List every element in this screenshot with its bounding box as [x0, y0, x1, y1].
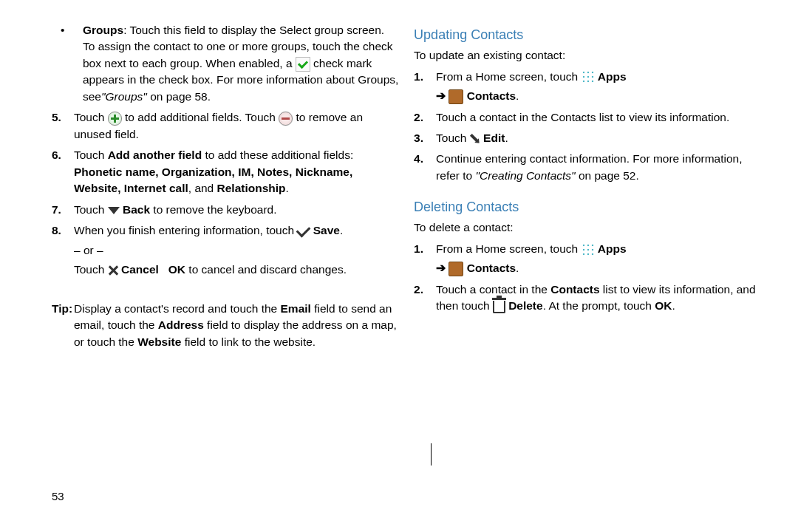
- label-email: Email: [281, 302, 311, 315]
- txt: to add these additional fields:: [202, 149, 353, 161]
- step-number: 5.: [52, 109, 74, 143]
- column-divider: [431, 443, 432, 466]
- label-contacts: Contacts: [467, 89, 516, 102]
- step-number: 8.: [52, 222, 74, 278]
- step-number: 1.: [414, 69, 436, 105]
- upd-step-4: 4. Continue entering contact information…: [414, 151, 768, 184]
- label-contacts: Contacts: [467, 262, 516, 274]
- step-number: 2.: [414, 282, 436, 315]
- txt: field to link to the website.: [181, 335, 316, 348]
- label-save: Save: [313, 224, 340, 236]
- txt: on page 58.: [147, 90, 211, 103]
- bullet-groups-text: Groups: Touch this field to display the …: [83, 22, 399, 105]
- upd-step-3: 3. Touch Edit.: [414, 130, 768, 146]
- step-number: 7.: [52, 202, 74, 218]
- del-step-1-text: From a Home screen, touch Apps ➔ Contact…: [436, 241, 768, 277]
- txt: .: [505, 132, 508, 144]
- bullet-groups: • Groups: Touch this field to display th…: [52, 22, 399, 105]
- upd-step-3-text: Touch Edit.: [436, 130, 768, 146]
- ref-creating-contacts: "Creating Contacts": [476, 169, 576, 182]
- label-ok: OK: [655, 299, 672, 312]
- two-column-layout: • Groups: Touch this field to display th…: [52, 22, 768, 350]
- contacts-icon: [449, 89, 463, 104]
- label-ok: OK: [168, 263, 185, 276]
- manual-page: • Groups: Touch this field to display th…: [0, 0, 798, 532]
- txt: .: [672, 299, 675, 312]
- step-6-text: Touch Add another field to add these add…: [74, 147, 399, 197]
- txt: Touch: [436, 132, 470, 144]
- txt: . At the prompt, touch: [543, 299, 655, 312]
- label-address: Address: [158, 318, 204, 331]
- txt: [159, 263, 162, 276]
- deleting-intro: To delete a contact:: [414, 219, 768, 236]
- checkmark-icon: [296, 57, 310, 72]
- txt: Display a contact's record and touch the: [74, 302, 281, 315]
- txt: on page 52.: [576, 169, 639, 182]
- label-delete: Delete: [508, 299, 543, 312]
- page-number: 53: [52, 490, 64, 502]
- arrow-icon: ➔: [436, 89, 449, 102]
- add-icon: [108, 112, 122, 126]
- del-step-1: 1. From a Home screen, touch Apps ➔ Cont…: [414, 241, 768, 277]
- label-add-another-field: Add another field: [108, 149, 202, 161]
- label-contacts-list: Contacts: [550, 283, 599, 296]
- step-5-text: Touch to add additional fields. Touch to…: [74, 109, 399, 143]
- txt: Touch: [74, 149, 108, 161]
- txt: .: [516, 262, 519, 274]
- label-edit: Edit: [483, 132, 505, 144]
- step-8: 8. When you finish entering information,…: [52, 222, 399, 278]
- step-6: 6. Touch Add another field to add these …: [52, 147, 399, 197]
- heading-updating-contacts: Updating Contacts: [414, 25, 768, 44]
- apps-icon: [582, 243, 595, 256]
- step-number: 4.: [414, 151, 436, 184]
- trash-icon: [493, 301, 505, 313]
- x-icon: [108, 265, 118, 276]
- right-column: Updating Contacts To update an existing …: [399, 22, 768, 350]
- step-number: 2.: [414, 109, 436, 126]
- txt: Touch: [74, 111, 108, 123]
- txt: Touch: [74, 203, 108, 216]
- txt: .: [340, 224, 343, 236]
- arrow-icon: ➔: [436, 262, 449, 274]
- label-website: Website: [137, 335, 181, 348]
- tip-label: Tip:: [52, 301, 74, 350]
- ref-groups: "Groups": [101, 90, 147, 103]
- label-groups: Groups: [83, 24, 123, 36]
- txt: , and: [188, 182, 217, 194]
- label-relationship: Relationship: [217, 182, 286, 194]
- step-8-text: When you finish entering information, to…: [74, 222, 399, 278]
- tip-block: Tip: Display a contact's record and touc…: [52, 301, 399, 350]
- heading-deleting-contacts: Deleting Contacts: [414, 197, 768, 216]
- step-7: 7. Touch Back to remove the keyboard.: [52, 202, 399, 218]
- contacts-icon: [449, 262, 463, 276]
- txt: From a Home screen, touch: [436, 70, 581, 83]
- tip-text: Display a contact's record and touch the…: [74, 301, 399, 350]
- del-step-2: 2. Touch a contact in the Contacts list …: [414, 282, 768, 315]
- step-number: 1.: [414, 241, 436, 277]
- txt: From a Home screen, touch: [436, 242, 581, 255]
- updating-intro: To update an existing contact:: [414, 47, 768, 64]
- apps-icon: [582, 70, 595, 83]
- step-7-text: Touch Back to remove the keyboard.: [74, 202, 399, 218]
- txt: Touch a contact in the: [436, 283, 550, 296]
- step-5: 5. Touch to add additional fields. Touch…: [52, 109, 399, 143]
- upd-step-1-text: From a Home screen, touch Apps ➔ Contact…: [436, 69, 768, 105]
- label-back: Back: [123, 203, 150, 216]
- label-apps: Apps: [598, 70, 627, 83]
- bullet-dot: •: [52, 22, 83, 105]
- txt: to add additional fields. Touch: [122, 111, 279, 123]
- upd-step-1-line2: ➔ Contacts.: [436, 88, 768, 104]
- upd-step-2-text: Touch a contact in the Contacts list to …: [436, 109, 768, 126]
- upd-step-1: 1. From a Home screen, touch Apps ➔ Cont…: [414, 69, 768, 105]
- chevron-down-icon: [108, 207, 120, 214]
- remove-icon: [279, 112, 293, 126]
- check-icon: [296, 222, 311, 237]
- txt: .: [516, 89, 519, 102]
- txt: Touch: [74, 263, 108, 276]
- step-number: 3.: [414, 130, 436, 146]
- del-step-1-line2: ➔ Contacts.: [436, 260, 768, 276]
- txt: to cancel and discard changes.: [185, 263, 347, 276]
- del-step-2-text: Touch a contact in the Contacts list to …: [436, 282, 768, 315]
- upd-step-4-text: Continue entering contact information. F…: [436, 151, 768, 184]
- txt: to remove the keyboard.: [150, 203, 276, 216]
